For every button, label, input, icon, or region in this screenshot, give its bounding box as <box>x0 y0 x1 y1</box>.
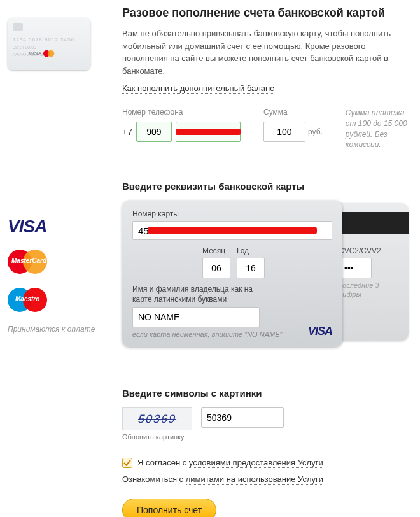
mastercard-logo: MasterCard <box>8 248 51 275</box>
amount-input[interactable] <box>263 122 305 142</box>
agree-checkbox[interactable] <box>122 458 132 468</box>
year-label: Год <box>237 246 265 255</box>
card-front: Номер карты Месяц Год Имя и ф <box>122 201 342 347</box>
month-input[interactable] <box>202 258 230 278</box>
name-label: Имя и фамилия владельца как на карте лат… <box>132 285 266 304</box>
phone-number-input[interactable] <box>176 122 241 142</box>
amount-hint: Сумма платежа от 100 до 15 000 рублей. Б… <box>346 108 409 150</box>
cvv-label: CVC2/CVV2 <box>339 246 400 255</box>
card-area: CVC2/CVV2 последние 3 цифры Номер карты … <box>122 201 409 366</box>
mastercard-icon <box>43 50 55 57</box>
redaction-bar <box>148 227 317 234</box>
card-section-title: Введите реквизиты банковской карты <box>122 181 409 192</box>
terms-link[interactable]: условиями предоставления Услуги <box>189 458 323 468</box>
help-link[interactable]: Как пополнить дополнительный баланс <box>122 83 274 94</box>
visa-icon: VISA <box>29 50 42 57</box>
sample-card: 1234 5678 9012 3456 08/14 00/00 IVANOV S… <box>8 18 90 70</box>
visa-icon: VISA <box>308 325 332 338</box>
cardnum-label: Номер карты <box>132 209 332 218</box>
cvv-input[interactable] <box>339 258 372 278</box>
limits-text: Ознакомиться с лимитами на использование… <box>122 474 409 485</box>
check-icon <box>123 459 131 467</box>
captcha-image: 50369 <box>122 407 192 430</box>
cvv-hint: последние 3 цифры <box>339 281 400 299</box>
name-input[interactable] <box>132 307 260 327</box>
accepted-note: Принимаются к оплате <box>8 325 122 334</box>
month-label: Месяц <box>202 246 230 255</box>
maestro-logo: Maestro <box>8 287 51 313</box>
phone-label: Номер телефона <box>122 108 241 117</box>
intro-text: Вам не обязательно привязывать банковску… <box>122 27 409 77</box>
page-title: Разовое пополнение счета банковской карт… <box>122 6 409 20</box>
phone-prefix: +7 <box>122 127 132 137</box>
phone-block: Номер телефона +7 <box>122 108 241 142</box>
amount-block: Сумма руб. <box>263 108 323 142</box>
phone-code-input[interactable] <box>136 122 172 142</box>
agree-text: Я согласен с условиями предоставления Ус… <box>137 458 323 468</box>
limits-link[interactable]: лимитами на использование Услуги <box>186 474 323 485</box>
amount-unit: руб. <box>308 127 323 136</box>
submit-button[interactable]: Пополнить счет <box>122 499 216 517</box>
card-chip-icon <box>13 23 23 31</box>
year-input[interactable] <box>237 258 265 278</box>
captcha-refresh-link[interactable]: Обновить картинку <box>122 433 185 441</box>
visa-logo: VISA <box>8 216 122 237</box>
name-hint: если карта неименная, впишите "NO NAME" <box>132 330 332 339</box>
captcha-section-title: Введите символы с картинки <box>122 388 409 399</box>
captcha-input[interactable] <box>201 407 284 428</box>
amount-label: Сумма <box>263 108 323 117</box>
